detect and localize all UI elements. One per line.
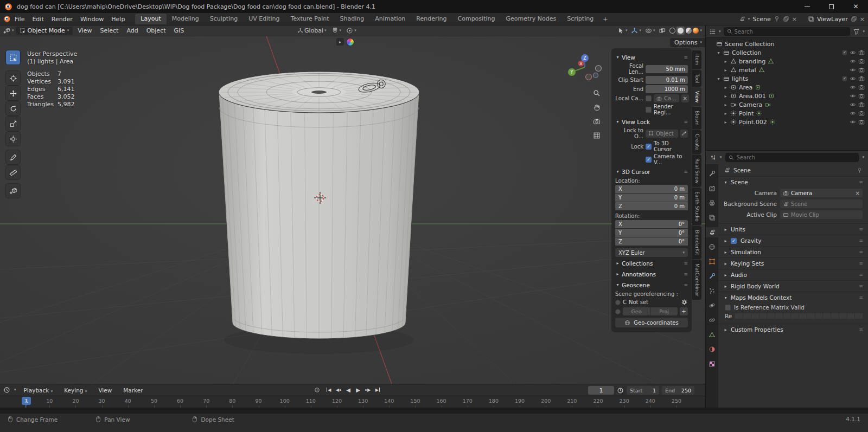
outliner-row[interactable]: ▸Point — [706, 109, 868, 118]
hide-in-viewport-icon[interactable] — [850, 101, 856, 108]
scene-name[interactable]: Scene — [752, 16, 771, 23]
workspace-tab-layout[interactable]: Layout — [135, 14, 166, 24]
rotation-order-dropdown[interactable]: XYZ Euler▾ — [615, 248, 688, 257]
pin-icon[interactable] — [857, 167, 863, 173]
scene-camera-field[interactable]: Camera× — [780, 189, 863, 197]
outliner-item-label[interactable]: Area — [739, 84, 752, 91]
expand-chevron-icon[interactable]: ▸ — [723, 102, 728, 107]
simulation-section[interactable]: ▸Simulation≡ — [718, 246, 868, 257]
outliner-row[interactable]: ▾lights✓ — [706, 74, 868, 83]
workspace-tab-sculpting[interactable]: Sculpting — [205, 14, 243, 24]
outliner-item-label[interactable]: metal — [739, 67, 756, 74]
gizmos-dropdown[interactable]: ▾ — [631, 27, 641, 34]
expand-chevron-icon[interactable]: ▸ — [723, 59, 728, 64]
gravity-checkbox[interactable]: ✓ — [731, 238, 737, 244]
local-camera-field[interactable]: Ca... — [654, 94, 679, 102]
hide-in-viewport-icon[interactable] — [850, 93, 856, 99]
pin-icon[interactable] — [774, 16, 780, 22]
units-section[interactable]: ▸Units≡ — [718, 223, 868, 235]
add-crs-button[interactable]: + — [680, 307, 688, 315]
mode-dropdown[interactable]: Object Mode▾ — [16, 27, 73, 35]
background-scene-field[interactable]: Scene — [780, 199, 863, 208]
jump-to-end-button[interactable]: ▶ — [373, 385, 382, 394]
timeline-ruler[interactable]: 1 11020304050607080901001101201301401501… — [0, 396, 705, 408]
hide-in-viewport-icon[interactable] — [850, 75, 856, 82]
maximize-button[interactable] — [819, 0, 844, 13]
timeline-editor-icon[interactable] — [3, 386, 10, 394]
current-frame-field[interactable]: 1 — [588, 386, 614, 395]
menu-edit[interactable]: Edit — [28, 15, 47, 24]
properties-tab-scene[interactable] — [706, 227, 718, 237]
disable-in-renders-icon[interactable] — [858, 101, 865, 108]
annotations-section-header[interactable]: ▸Annotations≡ — [615, 269, 688, 279]
horizontal-scrollbar[interactable] — [0, 408, 868, 413]
previous-keyframe-button[interactable]: ◀ — [334, 385, 343, 394]
view-lock-section-header[interactable]: ▾View Lock≡ — [615, 117, 688, 126]
sidebar-tab-create[interactable]: Create — [692, 130, 701, 154]
expand-chevron-icon[interactable]: ▸ — [723, 68, 728, 73]
tool-scale[interactable] — [6, 117, 20, 131]
cursor-loc-z-field[interactable]: Z0 m — [615, 202, 688, 210]
maps-models-section[interactable]: ▾Maps Models Context≡ — [718, 292, 868, 303]
properties-tab-physics[interactable] — [706, 300, 718, 311]
camera-to-view-checkbox[interactable]: ✓ — [646, 157, 652, 163]
disable-in-renders-icon[interactable] — [858, 110, 865, 117]
new-scene-icon[interactable] — [783, 16, 789, 22]
collections-section-header[interactable]: ▸Collections≡ — [615, 259, 688, 268]
use-preview-range-icon[interactable] — [617, 387, 624, 394]
tool-cursor[interactable] — [6, 71, 20, 85]
tool-move[interactable] — [6, 86, 20, 100]
disable-in-renders-icon[interactable] — [858, 84, 865, 91]
remove-viewlayer-icon[interactable]: × — [860, 16, 865, 23]
properties-tab-view-layer[interactable] — [706, 212, 718, 223]
keying-sets-section[interactable]: ▸Keying Sets≡ — [718, 257, 868, 269]
menu-window[interactable]: Window — [76, 15, 107, 24]
properties-tab-material[interactable] — [706, 344, 718, 354]
jump-to-start-button[interactable]: ◀ — [324, 385, 333, 394]
viewlayer-name[interactable]: ViewLayer — [817, 16, 848, 23]
play-button[interactable]: ▶ — [354, 385, 362, 394]
expand-chevron-icon[interactable]: ▸ — [723, 111, 728, 116]
sidebar-tab-tool[interactable]: Tool — [692, 70, 701, 87]
expand-chevron-icon[interactable]: ▸ — [723, 85, 728, 90]
outliner-row[interactable]: Scene Collection — [706, 40, 868, 48]
properties-editor-icon[interactable] — [710, 154, 717, 161]
cursor-loc-x-field[interactable]: X0 m — [615, 185, 688, 193]
viewport-menu-gis[interactable]: GIS — [171, 27, 188, 35]
camera-view-button[interactable] — [591, 116, 602, 127]
outliner-row[interactable]: ▸Area.001 — [706, 92, 868, 100]
select-visibility-dropdown[interactable]: ▾ — [617, 27, 628, 34]
properties-tab-output[interactable] — [706, 198, 718, 208]
transform-orientation-dropdown[interactable]: Global▾ — [297, 27, 327, 34]
view-layer-icon[interactable] — [808, 16, 814, 22]
expand-chevron-icon[interactable]: ▸ — [723, 94, 728, 99]
properties-tab-render[interactable] — [706, 183, 718, 194]
properties-tab-modifiers[interactable] — [706, 271, 718, 281]
viewport-menu-object[interactable]: Object — [143, 27, 169, 35]
geo-coordinates-button[interactable]: Geo-coordinates — [615, 318, 688, 327]
outliner-row[interactable]: ▸branding — [706, 57, 868, 66]
properties-tab-particles[interactable] — [706, 286, 718, 296]
sidebar-tab-matcombiner[interactable]: MatCombiner — [692, 260, 701, 300]
sidebar-tab-blosm[interactable]: Blosm — [692, 107, 701, 130]
local-camera-checkbox[interactable]: ✓ — [646, 95, 652, 101]
shading-rendered-button[interactable] — [693, 28, 699, 34]
outliner-item-label[interactable]: lights — [732, 75, 748, 82]
custom-properties-section[interactable]: ▸Custom Properties≡ — [718, 324, 868, 335]
xray-toggle[interactable] — [659, 27, 666, 34]
properties-search[interactable] — [725, 153, 859, 162]
hide-in-viewport-icon[interactable] — [850, 67, 856, 73]
clip-start-field[interactable]: 0.01 m — [646, 76, 688, 84]
snap-toggle[interactable]: ▾ — [331, 27, 342, 34]
new-viewlayer-icon[interactable] — [851, 16, 857, 22]
properties-tab-constraints[interactable] — [706, 315, 718, 325]
properties-search-input[interactable] — [737, 154, 856, 160]
shading-solid-button[interactable] — [676, 27, 685, 35]
gravity-section[interactable]: ▸✓Gravity≡ — [718, 235, 868, 246]
navigation-gizmo[interactable]: Z Y X — [564, 48, 605, 91]
lock-to-cursor-checkbox[interactable]: ✓ — [646, 144, 652, 150]
clear-camera-icon[interactable]: × — [856, 190, 860, 196]
playback-menu[interactable]: Playback ▾ — [20, 386, 57, 395]
sidebar-tab-real-snow[interactable]: Real Snow — [692, 154, 701, 188]
cursor-loc-y-field[interactable]: Y0 m — [615, 194, 688, 202]
